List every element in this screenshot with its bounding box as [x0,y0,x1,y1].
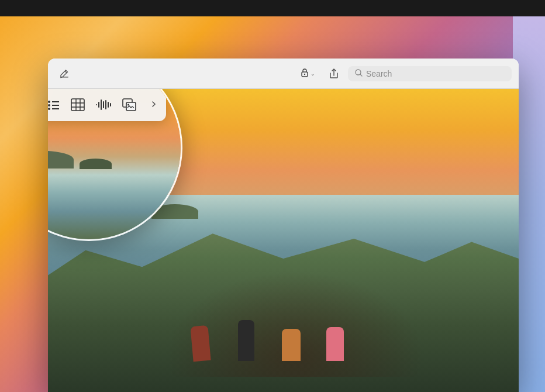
person-1 [190,325,211,362]
lock-icon [301,68,309,79]
scene-people-area [165,271,425,377]
svg-rect-10 [71,99,84,111]
share-button[interactable] [325,64,343,83]
person-2 [238,320,254,361]
svg-point-4 [48,101,50,103]
media-gallery-icon[interactable] [122,98,136,111]
person-3 [282,329,301,361]
list-icon[interactable] [48,99,60,111]
search-icon [355,69,363,78]
svg-point-8 [48,108,50,110]
toolbar-right-controls: ⌄ Search [296,64,512,83]
security-lock-button[interactable]: ⌄ [296,66,320,81]
browser-window: ⌄ Search [48,59,519,392]
svg-point-24 [127,104,129,106]
search-placeholder: Search [366,69,392,78]
audio-waveform-icon[interactable] [95,98,112,111]
svg-point-2 [304,74,305,75]
magnifier-toolbar: Aa [48,89,166,121]
table-icon[interactable] [71,98,85,111]
svg-rect-23 [126,102,136,111]
svg-point-6 [48,104,50,106]
toolbar-left-controls [55,64,74,83]
magnifier-content: Aa [48,89,181,239]
person-4 [326,327,344,361]
lock-chevron-icon: ⌄ [311,71,315,77]
magnifier-island-2 [80,159,112,169]
toolbar-more-chevron-icon[interactable] [150,100,158,110]
edit-icon-button[interactable] [55,64,74,83]
magnifier-overlay: Aa [48,89,182,241]
search-bar[interactable]: Search [348,66,512,81]
browser-content: Aa [48,89,519,392]
browser-toolbar: ⌄ Search [48,59,519,89]
macos-menu-bar [0,0,545,16]
